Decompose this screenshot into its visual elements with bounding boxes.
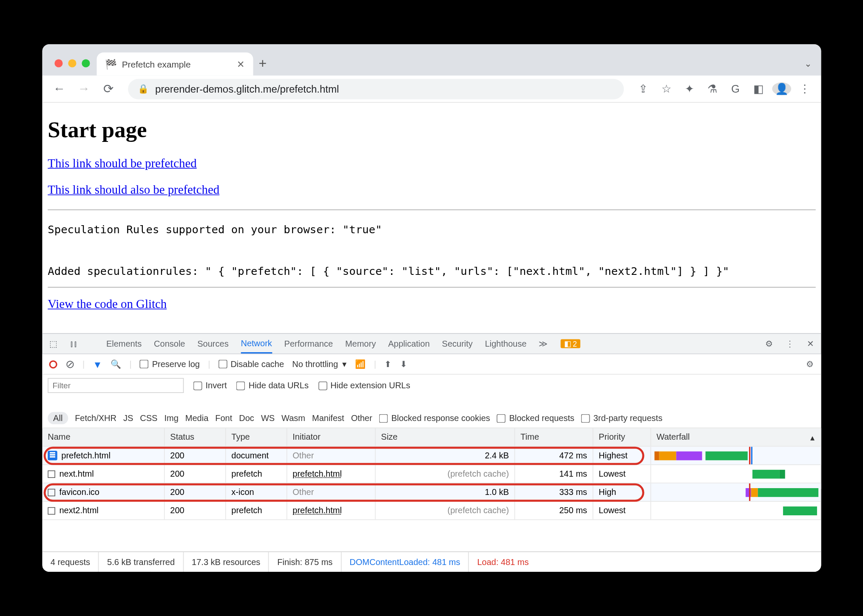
col-waterfall[interactable]: Waterfall▴ (651, 428, 821, 446)
filter-toggle[interactable]: ▼ (93, 359, 102, 370)
cell-size: 2.4 kB (375, 447, 515, 465)
close-window-button[interactable] (54, 59, 62, 67)
preserve-log-checkbox[interactable]: Preserve log (139, 359, 199, 369)
summary-finish: Finish: 875 ms (269, 552, 341, 571)
bookmark-button[interactable]: ☆ (656, 82, 676, 95)
more-tabs-button[interactable]: ≫ (539, 339, 548, 349)
third-party-checkbox[interactable]: 3rd-party requests (581, 413, 662, 423)
cell-name: next2.html (59, 506, 98, 515)
prefetch-link-1[interactable]: This link should be prefetched (48, 156, 815, 171)
devtools-menu[interactable]: ⋮ (786, 339, 795, 349)
filter-css[interactable]: CSS (140, 413, 157, 423)
cell-name: favicon.ico (59, 488, 99, 497)
tab-application[interactable]: Application (388, 339, 429, 348)
summary-transferred: 5.6 kB transferred (99, 552, 183, 571)
extensions-button[interactable]: ✦ (679, 82, 698, 95)
col-priority[interactable]: Priority (593, 428, 651, 446)
settings-icon[interactable]: ⚙ (765, 339, 773, 349)
cell-priority: Highest (593, 447, 651, 465)
tab-memory[interactable]: Memory (345, 339, 375, 348)
file-icon (48, 470, 55, 478)
tab-performance[interactable]: Performance (284, 339, 333, 348)
import-har-icon[interactable]: ⬆ (384, 359, 392, 369)
summary-dcl: DOMContentLoaded: 481 ms (341, 552, 469, 571)
filter-fetch[interactable]: Fetch/XHR (75, 413, 116, 423)
tab-favicon: 🏁 (105, 59, 116, 70)
network-row[interactable]: prefetch.html200documentOther2.4 kB472 m… (42, 447, 821, 465)
network-settings-icon[interactable]: ⚙ (806, 359, 814, 369)
prefetch-link-2[interactable]: This link should also be prefetched (48, 183, 815, 198)
col-initiator[interactable]: Initiator (287, 428, 375, 446)
inspect-icon[interactable]: ⬚ (49, 339, 57, 349)
col-status[interactable]: Status (165, 428, 226, 446)
tab-elements[interactable]: Elements (106, 339, 141, 348)
reload-button[interactable]: ⟳ (98, 81, 118, 96)
browser-tab[interactable]: 🏁 Prefetch example ✕ (97, 52, 253, 75)
cell-status: 200 (165, 502, 226, 520)
side-panel-button[interactable]: ◧ (749, 82, 768, 95)
filter-ws[interactable]: WS (261, 413, 274, 423)
filter-img[interactable]: Img (164, 413, 178, 423)
filter-doc[interactable]: Doc (239, 413, 254, 423)
page-heading: Start page (48, 118, 815, 143)
cell-initiator[interactable]: prefetch.html (292, 506, 342, 515)
menu-button[interactable]: ⋮ (795, 82, 814, 95)
tab-security[interactable]: Security (442, 339, 472, 348)
tab-sources[interactable]: Sources (197, 339, 228, 348)
window-controls (50, 59, 97, 75)
back-button[interactable]: ← (49, 82, 69, 96)
tab-network[interactable]: Network (241, 339, 272, 353)
google-button[interactable]: G (726, 83, 745, 95)
divider (48, 209, 815, 210)
disable-cache-checkbox[interactable]: Disable cache (218, 359, 284, 369)
blocked-requests-checkbox[interactable]: Blocked requests (497, 413, 574, 423)
network-row[interactable]: favicon.ico200x-iconOther1.0 kB333 msHig… (42, 483, 821, 502)
cell-initiator: Other (292, 451, 314, 460)
filter-manifest[interactable]: Manifest (312, 413, 344, 423)
col-time[interactable]: Time (515, 428, 593, 446)
close-devtools-button[interactable]: ✕ (806, 339, 814, 349)
hide-data-urls-checkbox[interactable]: Hide data URLs (236, 381, 308, 390)
blocked-cookies-checkbox[interactable]: Blocked response cookies (379, 413, 490, 423)
forward-button[interactable]: → (74, 82, 94, 96)
labs-button[interactable]: ⚗ (703, 82, 722, 95)
devtools-tabs: ⬚ ⫿⫿ Elements Console Sources Network Pe… (42, 334, 821, 354)
cell-name: prefetch.html (61, 451, 111, 460)
address-bar[interactable]: 🔒 prerender-demos.glitch.me/prefetch.htm… (128, 79, 624, 99)
filter-wasm[interactable]: Wasm (281, 413, 305, 423)
col-type[interactable]: Type (226, 428, 287, 446)
glitch-link[interactable]: View the code on Glitch (48, 297, 815, 312)
network-row[interactable]: next2.html200prefetchprefetch.html(prefe… (42, 502, 821, 520)
filter-other[interactable]: Other (351, 413, 372, 423)
search-icon[interactable]: 🔍 (110, 359, 121, 369)
filter-media[interactable]: Media (185, 413, 208, 423)
filter-input[interactable] (48, 378, 184, 393)
close-tab-button[interactable]: ✕ (237, 59, 245, 70)
network-row[interactable]: next.html200prefetchprefetch.html(prefet… (42, 465, 821, 483)
clear-button[interactable]: ⊘ (65, 358, 74, 370)
export-har-icon[interactable]: ⬇ (400, 359, 408, 369)
network-conditions-icon[interactable]: 📶 (355, 359, 366, 369)
tab-lighthouse[interactable]: Lighthouse (485, 339, 526, 348)
new-tab-button[interactable]: + (253, 56, 272, 75)
col-size[interactable]: Size (375, 428, 515, 446)
device-icon[interactable]: ⫿⫿ (69, 339, 77, 348)
share-button[interactable]: ⇪ (633, 82, 652, 95)
record-button[interactable] (49, 360, 57, 368)
filter-all[interactable]: All (48, 412, 68, 424)
tab-console[interactable]: Console (154, 339, 185, 348)
issues-badge[interactable]: ◧ 2 (560, 339, 580, 348)
hide-extension-urls-checkbox[interactable]: Hide extension URLs (318, 381, 410, 390)
maximize-window-button[interactable] (82, 59, 90, 67)
devtools-panel: ⬚ ⫿⫿ Elements Console Sources Network Pe… (42, 333, 821, 571)
invert-checkbox[interactable]: Invert (193, 381, 227, 390)
col-name[interactable]: Name (42, 428, 165, 446)
minimize-window-button[interactable] (68, 59, 76, 67)
filter-font[interactable]: Font (215, 413, 232, 423)
profile-button[interactable]: 👤 (772, 82, 791, 95)
cell-initiator[interactable]: prefetch.html (292, 469, 342, 478)
tab-list-button[interactable]: ⌄ (804, 59, 812, 76)
filter-js[interactable]: JS (123, 413, 133, 423)
throttling-select[interactable]: No throttling ▾ (292, 359, 347, 369)
tab-title: Prefetch example (122, 59, 190, 69)
